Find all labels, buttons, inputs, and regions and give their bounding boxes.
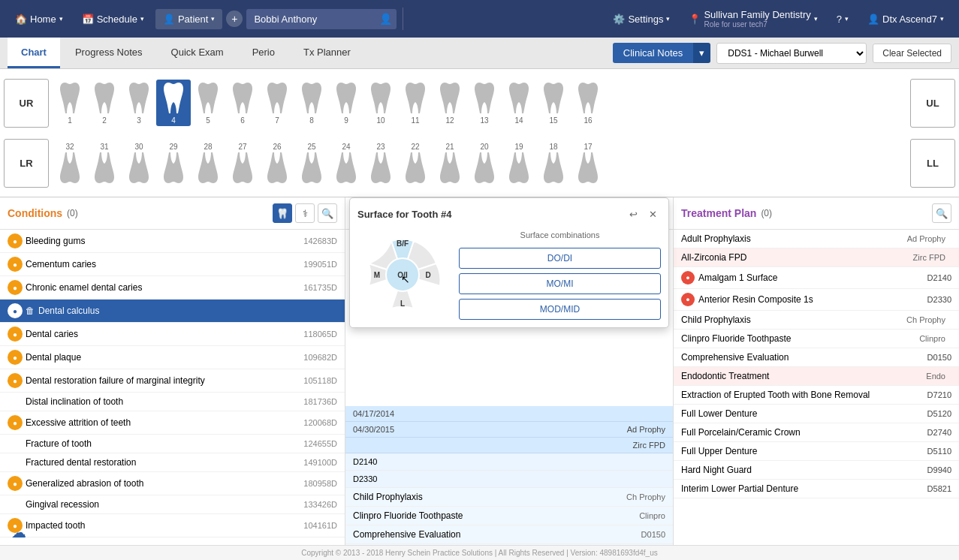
nav-home[interactable]: 🏠 Home ▾	[8, 9, 71, 29]
combo-mo-mi-button[interactable]: MO/MI	[459, 273, 661, 294]
treatment-item[interactable]: Full Upper DentureD5110	[674, 442, 959, 461]
patient-search-input[interactable]	[246, 9, 397, 29]
tooth-13[interactable]: 13	[467, 80, 502, 126]
tooth-10[interactable]: 10	[363, 80, 398, 126]
tooth-14[interactable]: 14	[502, 80, 536, 126]
tooth-28[interactable]: 28	[191, 140, 225, 186]
treatment-item[interactable]: All-Zirconia FPDZirc FPD	[674, 248, 959, 267]
tooth-7[interactable]: 7	[260, 80, 294, 126]
tab-perio[interactable]: Perio	[239, 38, 288, 68]
nav-patient[interactable]: 👤 Patient ▾	[155, 9, 222, 29]
tooth-num-19: 19	[514, 143, 523, 151]
tooth-17[interactable]: 17	[571, 140, 605, 186]
add-button[interactable]: +	[226, 11, 243, 27]
condition-item[interactable]: Fractured dental restoration149100D	[0, 453, 345, 472]
tooth-23[interactable]: 23	[363, 140, 398, 186]
treatment-item[interactable]: Extraction of Erupted Tooth with Bone Re…	[674, 386, 959, 405]
tooth-num-26: 26	[273, 143, 281, 151]
tooth-21[interactable]: 21	[433, 140, 467, 186]
condition-name: Excessive attrition of teeth	[26, 417, 303, 428]
nav-right-section: ⚙️ Settings ▾ 📍 Sullivan Family Dentistr…	[605, 5, 951, 33]
treatment-item[interactable]: Comprehensive EvaluationD0150	[674, 348, 959, 367]
condition-item[interactable]: ●Chronic enamel dental caries161735D	[0, 276, 345, 300]
tooth-4[interactable]: 4	[156, 80, 191, 126]
tooth-15[interactable]: 15	[536, 80, 571, 126]
tab-chart[interactable]: Chart	[8, 38, 60, 68]
provider-select[interactable]: DDS1 - Michael Burwell	[716, 43, 867, 64]
condition-item[interactable]: ●Bleeding gums142683D	[0, 230, 345, 253]
condition-item[interactable]: Fracture of tooth124655D	[0, 435, 345, 453]
popup-reset-button[interactable]: ↩	[625, 206, 641, 222]
treatment-item[interactable]: Interim Lower Partial DentureD5821	[674, 480, 959, 498]
condition-item[interactable]: ●Dental restoration failure of marginal …	[0, 369, 345, 393]
perio-view-button[interactable]: ⚕	[295, 203, 315, 223]
nav-settings[interactable]: ⚙️ Settings ▾	[605, 9, 677, 29]
treatment-item[interactable]: Child ProphylaxisCh Prophy	[674, 311, 959, 330]
treatment-item[interactable]: ●Amalgam 1 SurfaceD2140	[674, 267, 959, 289]
treatment-item[interactable]: Adult ProphylaxisAd Prophy	[674, 230, 959, 248]
tooth-1[interactable]: 1	[53, 80, 87, 126]
nav-help[interactable]: ? ▾	[829, 9, 856, 29]
clinical-notes-button[interactable]: Clinical Notes	[613, 43, 693, 63]
condition-item[interactable]: Distal inclination of tooth181736D	[0, 393, 345, 411]
nav-location[interactable]: 📍 Sullivan Family Dentistry Role for use…	[681, 5, 825, 33]
conditions-panel: Conditions (0) 🦷 ⚕ 🔍 ●Bleeding gums14268…	[0, 197, 345, 552]
condition-item[interactable]: ●Cementum caries199051D	[0, 253, 345, 276]
condition-item[interactable]: ●Generalized abrasion of tooth180958D	[0, 472, 345, 495]
condition-item[interactable]: ●Dental caries118065D	[0, 323, 345, 346]
tooth-25[interactable]: 25	[294, 140, 329, 186]
tooth-view-button[interactable]: 🦷	[273, 203, 292, 223]
condition-item[interactable]: ●Dental plaque109682D	[0, 346, 345, 369]
treatment-item[interactable]: Full Porcelain/Ceramic CrownD2740	[674, 423, 959, 442]
treatment-item[interactable]: Clinpro Fluoride ToothpasteClinpro	[674, 330, 959, 348]
treatment-item[interactable]: Hard Night GuardD9940	[674, 461, 959, 480]
condition-item[interactable]: ●Impacted tooth104161D	[0, 514, 345, 537]
condition-item[interactable]: ●Excessive attrition of teeth120068D	[0, 411, 345, 435]
tooth-26[interactable]: 26	[260, 140, 294, 186]
treatment-item[interactable]: ●Anterior Resin Composite 1sD2330	[674, 289, 959, 311]
tooth-12[interactable]: 12	[433, 80, 467, 126]
tooth-27[interactable]: 27	[225, 140, 260, 186]
tooth-9[interactable]: 9	[329, 80, 363, 126]
tab-tx-planner[interactable]: Tx Planner	[290, 38, 364, 68]
conditions-header: Conditions (0) 🦷 ⚕ 🔍	[0, 197, 345, 230]
clinical-notes-dropdown-button[interactable]: ▾	[693, 43, 710, 63]
tooth-num-8: 8	[309, 116, 314, 125]
tooth-3[interactable]: 3	[122, 80, 156, 126]
condition-code: 104161D	[303, 521, 337, 530]
combo-do-di-button[interactable]: DO/DI	[459, 248, 661, 269]
tooth-30[interactable]: 30	[122, 140, 156, 186]
tooth-24[interactable]: 24	[329, 140, 363, 186]
tooth-22[interactable]: 22	[398, 140, 433, 186]
nav-schedule[interactable]: 📅 Schedule ▾	[74, 9, 152, 29]
tooth-19[interactable]: 19	[502, 140, 536, 186]
tooth-29[interactable]: 29	[156, 140, 191, 186]
tooth-18[interactable]: 18	[536, 140, 571, 186]
tooth-5[interactable]: 5	[191, 80, 225, 126]
tooth-6[interactable]: 6	[225, 80, 260, 126]
search-conditions-button[interactable]: 🔍	[318, 203, 337, 223]
existing-item-comp-eval: Comprehensive Evaluation D0150	[345, 525, 673, 544]
search-treatment-button[interactable]: 🔍	[932, 203, 951, 223]
condition-item[interactable]: ●🗑Dental calculus	[0, 300, 345, 323]
tooth-num-6: 6	[240, 116, 245, 125]
treatment-item[interactable]: Full Lower DentureD5120	[674, 405, 959, 423]
tab-quick-exam[interactable]: Quick Exam	[158, 38, 237, 68]
tooth-2[interactable]: 2	[87, 80, 122, 126]
tooth-31[interactable]: 31	[87, 140, 122, 186]
tab-progress-notes[interactable]: Progress Notes	[62, 38, 156, 68]
nav-user[interactable]: 👤 Dtx Ascend7 ▾	[860, 9, 951, 29]
clear-selected-button[interactable]: Clear Selected	[873, 44, 951, 63]
condition-item[interactable]: Gingival recession133426D	[0, 495, 345, 514]
help-caret-icon: ▾	[845, 15, 849, 23]
tooth-11[interactable]: 11	[398, 80, 433, 126]
tooth-32[interactable]: 32	[53, 140, 87, 186]
combo-mod-mid-button[interactable]: MOD/MID	[459, 299, 661, 320]
popup-close-button[interactable]: ✕	[644, 206, 661, 222]
tooth-8[interactable]: 8	[294, 80, 329, 126]
delete-condition-icon[interactable]: 🗑	[26, 306, 35, 316]
tooth-20[interactable]: 20	[467, 140, 502, 186]
treatment-item-code: D2740	[927, 428, 951, 437]
tooth-16[interactable]: 16	[571, 80, 605, 126]
treatment-item[interactable]: Endodontic TreatmentEndo	[674, 367, 959, 386]
